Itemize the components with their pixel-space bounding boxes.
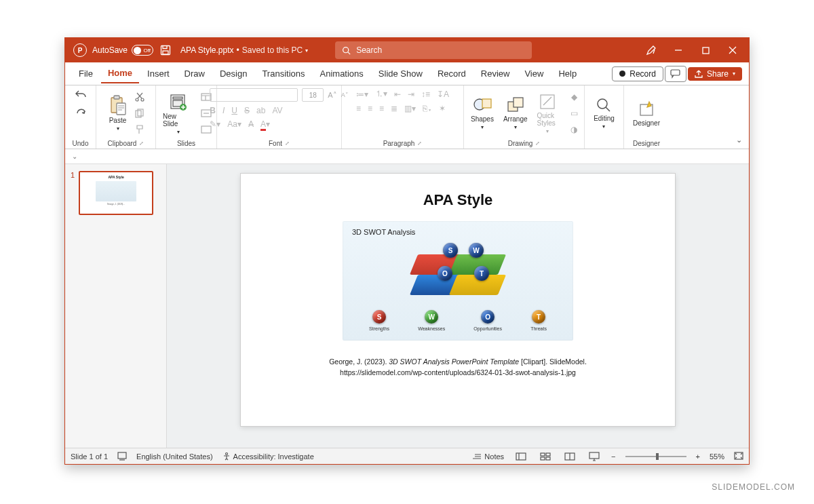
tab-review[interactable]: Review xyxy=(474,64,517,83)
qat-dropdown-icon[interactable]: ⌄ xyxy=(72,153,77,160)
close-button[interactable] xyxy=(719,38,746,62)
zoom-percent[interactable]: 55% xyxy=(710,452,724,461)
align-left-button[interactable]: ≡ xyxy=(356,104,361,113)
justify-button[interactable]: ≣ xyxy=(391,104,398,113)
tab-insert[interactable]: Insert xyxy=(140,64,176,83)
dialog-launcher-icon[interactable]: ⤢ xyxy=(285,140,290,147)
text-direction-button[interactable]: ↧A xyxy=(437,90,449,99)
shapes-button[interactable]: Shapes▾ xyxy=(468,95,497,132)
tab-design[interactable]: Design xyxy=(213,64,254,83)
chevron-down-icon[interactable]: ▾ xyxy=(733,71,735,77)
dialog-launcher-icon[interactable]: ⤢ xyxy=(139,140,144,147)
tab-animations[interactable]: Animations xyxy=(313,64,370,83)
editing-button[interactable]: Editing▾ xyxy=(591,96,617,131)
undo-button[interactable] xyxy=(75,88,87,100)
normal-view-button[interactable] xyxy=(513,451,528,462)
accessibility-status[interactable]: Accessibility: Investigate xyxy=(222,452,314,461)
tab-help[interactable]: Help xyxy=(551,64,583,83)
tab-file[interactable]: File xyxy=(72,64,100,83)
dialog-launcher-icon[interactable]: ⤢ xyxy=(417,140,422,147)
save-status[interactable]: Saved to this PC xyxy=(242,45,303,55)
shape-outline-button[interactable]: ▭ xyxy=(568,107,580,119)
reading-view-button[interactable] xyxy=(562,451,577,462)
pen-icon[interactable] xyxy=(638,38,665,62)
legend-o-icon: O xyxy=(481,310,495,324)
font-color-button[interactable]: A▾ xyxy=(260,119,270,129)
tab-view[interactable]: View xyxy=(518,64,550,83)
shadow-button[interactable]: ab xyxy=(256,106,265,115)
thumbnail-preview[interactable]: APA Style George, J. (2023)… xyxy=(79,171,153,215)
comments-button[interactable] xyxy=(665,66,686,82)
autosave-toggle[interactable]: AutoSave Off xyxy=(92,45,153,56)
slideshow-view-button[interactable] xyxy=(587,451,602,462)
maximize-button[interactable] xyxy=(692,38,719,62)
italic-button[interactable]: I xyxy=(222,106,225,115)
toggle-switch-icon[interactable]: Off xyxy=(132,45,153,56)
underline-button[interactable]: U xyxy=(231,106,237,115)
search-box[interactable] xyxy=(335,41,532,59)
slide-thumbnail-1[interactable]: 1 APA Style George, J. (2023)… xyxy=(71,171,161,215)
zoom-out-button[interactable]: − xyxy=(611,452,615,461)
bullets-button[interactable]: ≔▾ xyxy=(356,90,368,99)
minimize-button[interactable] xyxy=(665,38,692,62)
bold-button[interactable]: B xyxy=(210,106,216,115)
save-icon[interactable] xyxy=(160,45,171,56)
tab-record[interactable]: Record xyxy=(431,64,473,83)
format-painter-button[interactable] xyxy=(134,123,146,136)
case-button[interactable]: Aa▾ xyxy=(227,119,241,129)
chevron-down-icon[interactable]: ▾ xyxy=(305,47,308,54)
new-slide-button[interactable]: New Slide▾ xyxy=(160,91,196,136)
columns-button[interactable]: ▥▾ xyxy=(404,104,416,113)
tab-draw[interactable]: Draw xyxy=(178,64,212,83)
cut-button[interactable] xyxy=(134,91,146,103)
align-right-button[interactable]: ≡ xyxy=(379,104,384,113)
shape-fill-button[interactable]: ◆ xyxy=(568,91,580,103)
tab-home[interactable]: Home xyxy=(101,64,139,83)
fit-to-window-button[interactable] xyxy=(734,452,743,461)
zoom-in-button[interactable]: + xyxy=(696,452,700,461)
ribbon-collapse-chevron-icon[interactable]: ⌄ xyxy=(736,136,742,144)
dialog-launcher-icon[interactable]: ⤢ xyxy=(535,140,540,147)
shape-effects-button[interactable]: ◑ xyxy=(568,123,580,136)
zoom-slider[interactable] xyxy=(625,456,686,457)
language-status[interactable]: English (United States) xyxy=(136,452,213,461)
paste-button[interactable]: Paste▾ xyxy=(106,94,130,133)
increase-font-icon[interactable]: A˄ xyxy=(328,91,336,100)
file-name[interactable]: APA Style.pptx xyxy=(180,45,234,55)
smartart-button[interactable]: ✶ xyxy=(439,104,446,113)
clear-format-button[interactable]: A̶ xyxy=(248,119,254,129)
legend-s-icon: S xyxy=(372,310,386,324)
designer-button[interactable]: Designer xyxy=(630,99,663,128)
highlight-button[interactable]: ✎▾ xyxy=(210,119,220,129)
font-family-dropdown[interactable] xyxy=(210,88,298,102)
align-text-button[interactable]: ⎘▾ xyxy=(423,104,432,113)
sorter-view-button[interactable] xyxy=(538,451,553,462)
spacing-button[interactable]: AV xyxy=(272,106,282,115)
spellcheck-icon[interactable] xyxy=(117,452,127,461)
slide[interactable]: APA Style 3D SWOT Analysis S W O T SStre… xyxy=(241,174,675,426)
slide-canvas-area[interactable]: APA Style 3D SWOT Analysis S W O T SStre… xyxy=(167,164,749,448)
record-button[interactable]: Record xyxy=(612,66,663,81)
tab-transitions[interactable]: Transitions xyxy=(255,64,311,83)
slide-counter[interactable]: Slide 1 of 1 xyxy=(71,452,108,461)
numbering-button[interactable]: ⒈▾ xyxy=(375,88,387,100)
search-input[interactable] xyxy=(356,45,525,55)
quick-styles-button[interactable]: Quick Styles▾ xyxy=(535,92,562,136)
tab-slideshow[interactable]: Slide Show xyxy=(372,64,429,83)
notes-button[interactable]: Notes xyxy=(472,452,504,461)
align-center-button[interactable]: ≡ xyxy=(368,104,372,113)
redo-button[interactable] xyxy=(75,104,87,117)
indent-inc-button[interactable]: ⇥ xyxy=(408,90,414,99)
group-drawing: Shapes▾ Arrange▾ Quick Styles▾ ◆ ▭ ◑ Dra… xyxy=(464,85,585,149)
new-slide-icon xyxy=(170,92,187,111)
thumbnail-panel[interactable]: 1 APA Style George, J. (2023)… xyxy=(65,164,167,448)
swot-image[interactable]: 3D SWOT Analysis S W O T SStrengths WWea… xyxy=(343,221,573,341)
copy-button[interactable] xyxy=(134,107,146,119)
indent-dec-button[interactable]: ⇤ xyxy=(394,90,401,99)
strike-button[interactable]: S xyxy=(244,106,250,115)
comment-icon xyxy=(670,69,680,78)
font-size-dropdown[interactable]: 18 xyxy=(302,88,324,102)
arrange-button[interactable]: Arrange▾ xyxy=(501,95,530,132)
line-spacing-button[interactable]: ↕≡ xyxy=(421,90,430,99)
share-button[interactable]: Share▾ xyxy=(688,67,742,81)
